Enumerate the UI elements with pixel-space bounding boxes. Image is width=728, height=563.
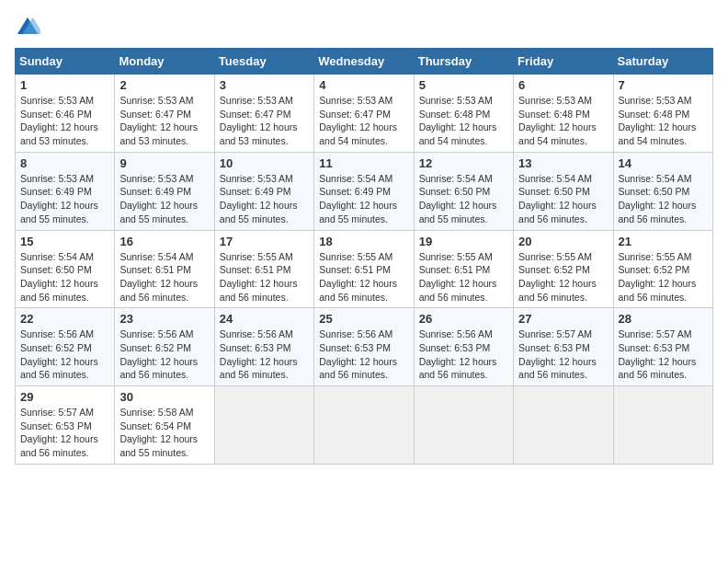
cell-content: Sunrise: 5:54 AMSunset: 6:50 PMDaylight:… bbox=[419, 173, 497, 224]
day-number: 11 bbox=[319, 156, 408, 170]
cell-content: Sunrise: 5:55 AMSunset: 6:52 PMDaylight:… bbox=[619, 251, 697, 303]
calendar-week-row: 8Sunrise: 5:53 AMSunset: 6:49 PMDaylight… bbox=[16, 152, 713, 230]
cell-content: Sunrise: 5:57 AMSunset: 6:53 PMDaylight:… bbox=[619, 328, 697, 380]
calendar-cell: 15Sunrise: 5:54 AMSunset: 6:50 PMDayligh… bbox=[16, 230, 115, 308]
cell-content: Sunrise: 5:54 AMSunset: 6:49 PMDaylight:… bbox=[319, 173, 397, 224]
calendar-week-row: 1Sunrise: 5:53 AMSunset: 6:46 PMDaylight… bbox=[16, 75, 713, 153]
day-number: 5 bbox=[419, 78, 508, 92]
calendar-cell: 18Sunrise: 5:55 AMSunset: 6:51 PMDayligh… bbox=[314, 230, 414, 308]
cell-content: Sunrise: 5:53 AMSunset: 6:47 PMDaylight:… bbox=[119, 95, 198, 146]
day-number: 12 bbox=[419, 156, 508, 170]
day-number: 29 bbox=[20, 390, 109, 404]
day-number: 27 bbox=[518, 312, 608, 326]
calendar-cell: 4Sunrise: 5:53 AMSunset: 6:47 PMDaylight… bbox=[314, 75, 414, 153]
day-number: 7 bbox=[619, 78, 708, 92]
cell-content: Sunrise: 5:53 AMSunset: 6:49 PMDaylight:… bbox=[20, 173, 98, 224]
calendar-cell bbox=[314, 386, 414, 465]
cell-content: Sunrise: 5:53 AMSunset: 6:46 PMDaylight:… bbox=[20, 95, 98, 146]
day-number: 9 bbox=[119, 156, 209, 170]
day-number: 30 bbox=[119, 390, 209, 404]
logo bbox=[15, 15, 44, 40]
calendar-cell: 8Sunrise: 5:53 AMSunset: 6:49 PMDaylight… bbox=[16, 152, 115, 230]
calendar-cell: 23Sunrise: 5:56 AMSunset: 6:52 PMDayligh… bbox=[115, 308, 214, 386]
cell-content: Sunrise: 5:53 AMSunset: 6:47 PMDaylight:… bbox=[319, 95, 397, 146]
cell-content: Sunrise: 5:55 AMSunset: 6:51 PMDaylight:… bbox=[220, 251, 298, 303]
cell-content: Sunrise: 5:57 AMSunset: 6:53 PMDaylight:… bbox=[20, 407, 98, 458]
calendar-table: SundayMondayTuesdayWednesdayThursdayFrid… bbox=[15, 48, 713, 465]
cell-content: Sunrise: 5:56 AMSunset: 6:53 PMDaylight:… bbox=[220, 328, 298, 380]
cell-content: Sunrise: 5:53 AMSunset: 6:49 PMDaylight:… bbox=[119, 173, 198, 224]
cell-content: Sunrise: 5:54 AMSunset: 6:50 PMDaylight:… bbox=[619, 173, 697, 224]
day-number: 3 bbox=[220, 78, 309, 92]
calendar-cell: 11Sunrise: 5:54 AMSunset: 6:49 PMDayligh… bbox=[314, 152, 414, 230]
cell-content: Sunrise: 5:56 AMSunset: 6:53 PMDaylight:… bbox=[419, 328, 497, 380]
calendar-cell: 21Sunrise: 5:55 AMSunset: 6:52 PMDayligh… bbox=[613, 230, 712, 308]
calendar-cell: 14Sunrise: 5:54 AMSunset: 6:50 PMDayligh… bbox=[613, 152, 712, 230]
calendar-cell: 28Sunrise: 5:57 AMSunset: 6:53 PMDayligh… bbox=[613, 308, 712, 386]
day-number: 20 bbox=[518, 235, 608, 248]
day-number: 1 bbox=[20, 78, 109, 92]
calendar-cell: 25Sunrise: 5:56 AMSunset: 6:53 PMDayligh… bbox=[314, 308, 414, 386]
day-number: 24 bbox=[220, 312, 309, 326]
day-number: 14 bbox=[619, 156, 708, 170]
cell-content: Sunrise: 5:58 AMSunset: 6:54 PMDaylight:… bbox=[119, 407, 198, 458]
weekday-header: Monday bbox=[115, 49, 214, 75]
calendar-cell: 29Sunrise: 5:57 AMSunset: 6:53 PMDayligh… bbox=[16, 386, 115, 465]
weekday-header: Sunday bbox=[16, 49, 115, 75]
day-number: 15 bbox=[20, 235, 109, 248]
calendar-cell bbox=[214, 386, 313, 465]
calendar-week-row: 15Sunrise: 5:54 AMSunset: 6:50 PMDayligh… bbox=[16, 230, 713, 308]
calendar-cell: 2Sunrise: 5:53 AMSunset: 6:47 PMDaylight… bbox=[115, 75, 214, 153]
cell-content: Sunrise: 5:53 AMSunset: 6:49 PMDaylight:… bbox=[220, 173, 298, 224]
cell-content: Sunrise: 5:53 AMSunset: 6:48 PMDaylight:… bbox=[419, 95, 497, 146]
cell-content: Sunrise: 5:54 AMSunset: 6:50 PMDaylight:… bbox=[518, 173, 597, 224]
calendar-cell: 5Sunrise: 5:53 AMSunset: 6:48 PMDaylight… bbox=[414, 75, 513, 153]
calendar-cell: 1Sunrise: 5:53 AMSunset: 6:46 PMDaylight… bbox=[16, 75, 115, 153]
weekday-header-row: SundayMondayTuesdayWednesdayThursdayFrid… bbox=[16, 49, 713, 75]
cell-content: Sunrise: 5:56 AMSunset: 6:52 PMDaylight:… bbox=[119, 328, 198, 380]
calendar-cell: 30Sunrise: 5:58 AMSunset: 6:54 PMDayligh… bbox=[115, 386, 214, 465]
calendar-cell bbox=[414, 386, 513, 465]
calendar-cell: 3Sunrise: 5:53 AMSunset: 6:47 PMDaylight… bbox=[214, 75, 313, 153]
day-number: 25 bbox=[319, 312, 408, 326]
day-number: 8 bbox=[20, 156, 109, 170]
calendar-cell: 24Sunrise: 5:56 AMSunset: 6:53 PMDayligh… bbox=[214, 308, 313, 386]
calendar-cell: 9Sunrise: 5:53 AMSunset: 6:49 PMDaylight… bbox=[115, 152, 214, 230]
calendar-cell bbox=[613, 386, 712, 465]
day-number: 16 bbox=[119, 235, 209, 248]
weekday-header: Wednesday bbox=[314, 49, 414, 75]
calendar-cell: 7Sunrise: 5:53 AMSunset: 6:48 PMDaylight… bbox=[613, 75, 712, 153]
day-number: 10 bbox=[220, 156, 309, 170]
calendar-cell: 26Sunrise: 5:56 AMSunset: 6:53 PMDayligh… bbox=[414, 308, 513, 386]
weekday-header: Friday bbox=[514, 49, 613, 75]
cell-content: Sunrise: 5:55 AMSunset: 6:51 PMDaylight:… bbox=[319, 251, 397, 303]
weekday-header: Saturday bbox=[613, 49, 712, 75]
day-number: 22 bbox=[20, 312, 109, 326]
weekday-header: Tuesday bbox=[214, 49, 313, 75]
weekday-header: Thursday bbox=[414, 49, 513, 75]
cell-content: Sunrise: 5:53 AMSunset: 6:48 PMDaylight:… bbox=[518, 95, 597, 146]
calendar-week-row: 22Sunrise: 5:56 AMSunset: 6:52 PMDayligh… bbox=[16, 308, 713, 386]
calendar-cell: 6Sunrise: 5:53 AMSunset: 6:48 PMDaylight… bbox=[514, 75, 613, 153]
cell-content: Sunrise: 5:56 AMSunset: 6:52 PMDaylight:… bbox=[20, 328, 98, 380]
calendar-cell: 17Sunrise: 5:55 AMSunset: 6:51 PMDayligh… bbox=[214, 230, 313, 308]
calendar-week-row: 29Sunrise: 5:57 AMSunset: 6:53 PMDayligh… bbox=[16, 386, 713, 465]
cell-content: Sunrise: 5:55 AMSunset: 6:52 PMDaylight:… bbox=[518, 251, 597, 303]
calendar-cell: 16Sunrise: 5:54 AMSunset: 6:51 PMDayligh… bbox=[115, 230, 214, 308]
calendar-cell: 20Sunrise: 5:55 AMSunset: 6:52 PMDayligh… bbox=[514, 230, 613, 308]
cell-content: Sunrise: 5:55 AMSunset: 6:51 PMDaylight:… bbox=[419, 251, 497, 303]
calendar-cell: 13Sunrise: 5:54 AMSunset: 6:50 PMDayligh… bbox=[514, 152, 613, 230]
header bbox=[15, 15, 713, 40]
calendar-cell: 27Sunrise: 5:57 AMSunset: 6:53 PMDayligh… bbox=[514, 308, 613, 386]
calendar-cell: 12Sunrise: 5:54 AMSunset: 6:50 PMDayligh… bbox=[414, 152, 513, 230]
cell-content: Sunrise: 5:53 AMSunset: 6:48 PMDaylight:… bbox=[619, 95, 697, 146]
cell-content: Sunrise: 5:57 AMSunset: 6:53 PMDaylight:… bbox=[518, 328, 597, 380]
day-number: 26 bbox=[419, 312, 508, 326]
logo-icon bbox=[15, 15, 40, 40]
day-number: 18 bbox=[319, 235, 408, 248]
calendar-cell bbox=[514, 386, 613, 465]
day-number: 17 bbox=[220, 235, 309, 248]
cell-content: Sunrise: 5:53 AMSunset: 6:47 PMDaylight:… bbox=[220, 95, 298, 146]
cell-content: Sunrise: 5:54 AMSunset: 6:50 PMDaylight:… bbox=[20, 251, 98, 303]
day-number: 19 bbox=[419, 235, 508, 248]
